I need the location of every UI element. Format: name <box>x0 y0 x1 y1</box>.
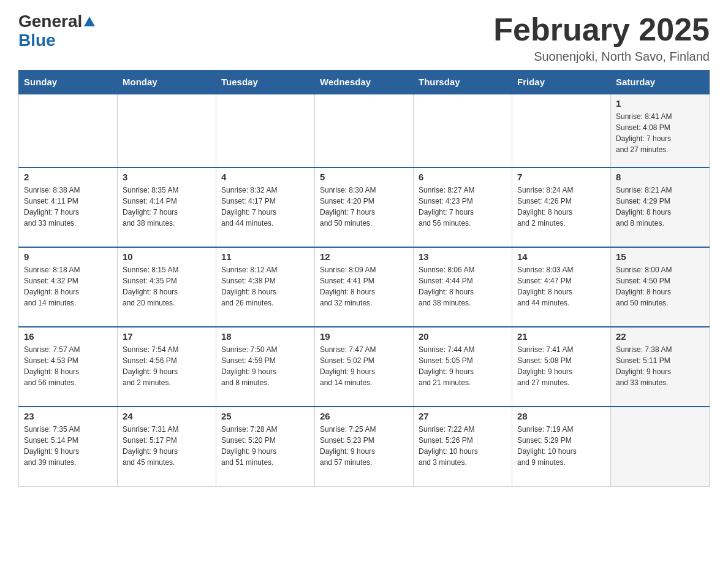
day-number: 17 <box>123 331 211 342</box>
calendar-cell: 13Sunrise: 8:06 AM Sunset: 4:44 PM Dayli… <box>414 247 512 327</box>
calendar-cell: 17Sunrise: 7:54 AM Sunset: 4:56 PM Dayli… <box>118 327 216 407</box>
day-number: 12 <box>320 251 408 262</box>
week-row-1: 1Sunrise: 8:41 AM Sunset: 4:08 PM Daylig… <box>19 94 710 167</box>
day-info: Sunrise: 8:41 AM Sunset: 4:08 PM Dayligh… <box>616 111 704 155</box>
weekday-header-thursday: Thursday <box>414 71 512 94</box>
day-info: Sunrise: 8:38 AM Sunset: 4:11 PM Dayligh… <box>24 185 112 229</box>
calendar-cell: 24Sunrise: 7:31 AM Sunset: 5:17 PM Dayli… <box>118 407 216 486</box>
calendar-cell: 21Sunrise: 7:41 AM Sunset: 5:08 PM Dayli… <box>512 327 611 407</box>
calendar-cell: 18Sunrise: 7:50 AM Sunset: 4:59 PM Dayli… <box>216 327 315 407</box>
day-info: Sunrise: 7:54 AM Sunset: 4:56 PM Dayligh… <box>123 344 211 388</box>
week-row-5: 23Sunrise: 7:35 AM Sunset: 5:14 PM Dayli… <box>19 407 710 486</box>
day-info: Sunrise: 8:06 AM Sunset: 4:44 PM Dayligh… <box>419 264 507 308</box>
calendar-cell <box>414 94 512 167</box>
calendar-cell: 22Sunrise: 7:38 AM Sunset: 5:11 PM Dayli… <box>611 327 710 407</box>
day-info: Sunrise: 7:57 AM Sunset: 4:53 PM Dayligh… <box>24 344 112 388</box>
day-number: 19 <box>320 331 408 342</box>
weekday-header-tuesday: Tuesday <box>216 71 315 94</box>
logo: General Blue <box>18 12 95 50</box>
day-number: 25 <box>221 411 309 421</box>
calendar-cell: 20Sunrise: 7:44 AM Sunset: 5:05 PM Dayli… <box>414 327 512 407</box>
day-info: Sunrise: 8:30 AM Sunset: 4:20 PM Dayligh… <box>320 185 408 229</box>
day-number: 22 <box>616 331 704 342</box>
day-info: Sunrise: 7:35 AM Sunset: 5:14 PM Dayligh… <box>24 424 112 468</box>
day-number: 5 <box>320 172 408 182</box>
calendar-cell: 11Sunrise: 8:12 AM Sunset: 4:38 PM Dayli… <box>216 247 315 327</box>
day-info: Sunrise: 7:50 AM Sunset: 4:59 PM Dayligh… <box>221 344 309 388</box>
calendar-cell: 10Sunrise: 8:15 AM Sunset: 4:35 PM Dayli… <box>118 247 216 327</box>
calendar-cell: 14Sunrise: 8:03 AM Sunset: 4:47 PM Dayli… <box>512 247 611 327</box>
calendar-cell: 27Sunrise: 7:22 AM Sunset: 5:26 PM Dayli… <box>414 407 512 486</box>
day-info: Sunrise: 7:25 AM Sunset: 5:23 PM Dayligh… <box>320 424 408 468</box>
day-number: 11 <box>221 251 309 262</box>
day-info: Sunrise: 8:27 AM Sunset: 4:23 PM Dayligh… <box>419 185 507 229</box>
day-number: 2 <box>24 172 112 182</box>
day-info: Sunrise: 7:47 AM Sunset: 5:02 PM Dayligh… <box>320 344 408 388</box>
day-number: 8 <box>616 172 704 182</box>
day-number: 9 <box>24 251 112 262</box>
calendar-cell: 12Sunrise: 8:09 AM Sunset: 4:41 PM Dayli… <box>315 247 414 327</box>
week-row-3: 9Sunrise: 8:18 AM Sunset: 4:32 PM Daylig… <box>19 247 710 327</box>
logo-general-line: General <box>18 12 95 31</box>
day-info: Sunrise: 8:24 AM Sunset: 4:26 PM Dayligh… <box>517 185 605 229</box>
day-number: 10 <box>123 251 211 262</box>
calendar-cell: 23Sunrise: 7:35 AM Sunset: 5:14 PM Dayli… <box>19 407 118 486</box>
calendar-cell: 28Sunrise: 7:19 AM Sunset: 5:29 PM Dayli… <box>512 407 611 486</box>
day-number: 7 <box>517 172 605 182</box>
day-number: 4 <box>221 172 309 182</box>
weekday-header-monday: Monday <box>118 71 216 94</box>
week-row-4: 16Sunrise: 7:57 AM Sunset: 4:53 PM Dayli… <box>19 327 710 407</box>
day-info: Sunrise: 7:44 AM Sunset: 5:05 PM Dayligh… <box>419 344 507 388</box>
calendar-cell: 4Sunrise: 8:32 AM Sunset: 4:17 PM Daylig… <box>216 167 315 247</box>
day-info: Sunrise: 8:32 AM Sunset: 4:17 PM Dayligh… <box>221 185 309 229</box>
calendar-cell: 5Sunrise: 8:30 AM Sunset: 4:20 PM Daylig… <box>315 167 414 247</box>
day-info: Sunrise: 8:21 AM Sunset: 4:29 PM Dayligh… <box>616 185 704 229</box>
logo-general-text: General <box>18 12 82 31</box>
day-info: Sunrise: 8:09 AM Sunset: 4:41 PM Dayligh… <box>320 264 408 308</box>
day-number: 1 <box>616 98 704 109</box>
page-header: General Blue February 2025 Suonenjoki, N… <box>18 12 710 64</box>
day-number: 20 <box>419 331 507 342</box>
calendar-cell <box>19 94 118 167</box>
calendar-cell: 1Sunrise: 8:41 AM Sunset: 4:08 PM Daylig… <box>611 94 710 167</box>
day-info: Sunrise: 7:31 AM Sunset: 5:17 PM Dayligh… <box>123 424 211 468</box>
calendar-cell <box>315 94 414 167</box>
logo-blue-text: Blue <box>18 31 95 50</box>
calendar-cell: 6Sunrise: 8:27 AM Sunset: 4:23 PM Daylig… <box>414 167 512 247</box>
calendar-cell <box>118 94 216 167</box>
calendar-cell: 8Sunrise: 8:21 AM Sunset: 4:29 PM Daylig… <box>611 167 710 247</box>
day-number: 26 <box>320 411 408 421</box>
day-number: 28 <box>517 411 605 421</box>
weekday-header-sunday: Sunday <box>19 71 118 94</box>
day-info: Sunrise: 7:22 AM Sunset: 5:26 PM Dayligh… <box>419 424 507 468</box>
day-number: 15 <box>616 251 704 262</box>
calendar-cell: 7Sunrise: 8:24 AM Sunset: 4:26 PM Daylig… <box>512 167 611 247</box>
day-number: 21 <box>517 331 605 342</box>
day-number: 14 <box>517 251 605 262</box>
calendar-title: February 2025 <box>493 12 710 47</box>
day-info: Sunrise: 7:28 AM Sunset: 5:20 PM Dayligh… <box>221 424 309 468</box>
calendar-cell: 26Sunrise: 7:25 AM Sunset: 5:23 PM Dayli… <box>315 407 414 486</box>
title-area: February 2025 Suonenjoki, North Savo, Fi… <box>493 12 710 64</box>
day-info: Sunrise: 7:41 AM Sunset: 5:08 PM Dayligh… <box>517 344 605 388</box>
day-number: 24 <box>123 411 211 421</box>
calendar-cell: 3Sunrise: 8:35 AM Sunset: 4:14 PM Daylig… <box>118 167 216 247</box>
calendar-cell: 16Sunrise: 7:57 AM Sunset: 4:53 PM Dayli… <box>19 327 118 407</box>
calendar-cell: 25Sunrise: 7:28 AM Sunset: 5:20 PM Dayli… <box>216 407 315 486</box>
day-info: Sunrise: 8:03 AM Sunset: 4:47 PM Dayligh… <box>517 264 605 308</box>
day-info: Sunrise: 8:35 AM Sunset: 4:14 PM Dayligh… <box>123 185 211 229</box>
day-info: Sunrise: 8:18 AM Sunset: 4:32 PM Dayligh… <box>24 264 112 308</box>
day-number: 3 <box>123 172 211 182</box>
weekday-header-wednesday: Wednesday <box>315 71 414 94</box>
day-number: 13 <box>419 251 507 262</box>
day-info: Sunrise: 7:38 AM Sunset: 5:11 PM Dayligh… <box>616 344 704 388</box>
week-row-2: 2Sunrise: 8:38 AM Sunset: 4:11 PM Daylig… <box>19 167 710 247</box>
weekday-header-row: SundayMondayTuesdayWednesdayThursdayFrid… <box>19 71 710 94</box>
day-number: 16 <box>24 331 112 342</box>
day-number: 27 <box>419 411 507 421</box>
day-info: Sunrise: 8:12 AM Sunset: 4:38 PM Dayligh… <box>221 264 309 308</box>
calendar-cell: 19Sunrise: 7:47 AM Sunset: 5:02 PM Dayli… <box>315 327 414 407</box>
calendar-cell <box>216 94 315 167</box>
day-info: Sunrise: 8:15 AM Sunset: 4:35 PM Dayligh… <box>123 264 211 308</box>
calendar-cell: 2Sunrise: 8:38 AM Sunset: 4:11 PM Daylig… <box>19 167 118 247</box>
